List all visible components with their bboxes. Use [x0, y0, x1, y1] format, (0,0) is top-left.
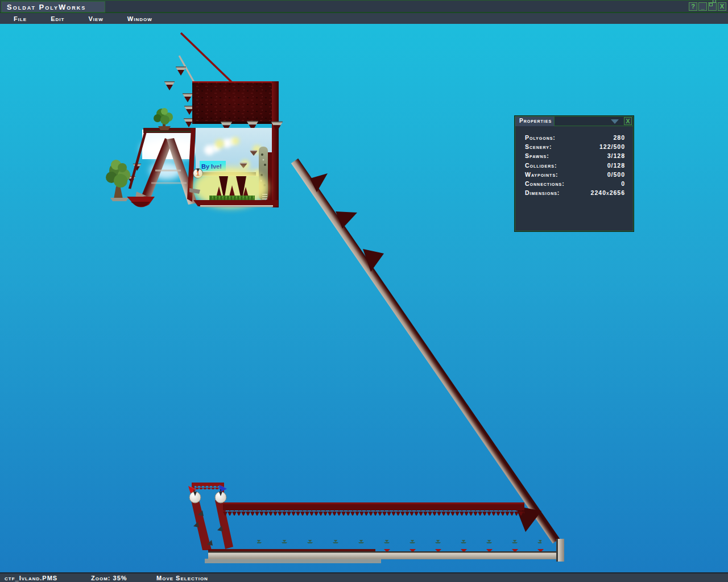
left-post — [191, 500, 212, 550]
property-row-connections: Connections:0 — [525, 180, 625, 189]
roof-block[interactable] — [192, 81, 278, 124]
bottom-structure[interactable] — [188, 483, 564, 563]
property-label: Dimensions: — [525, 189, 560, 196]
spawn-number: 1 — [196, 170, 200, 177]
minimize-icon: _ — [701, 3, 704, 10]
help-icon: ? — [691, 3, 695, 10]
restore-button[interactable] — [708, 2, 717, 11]
properties-panel-body: Polygons:280Scenery:122/500Spawns:3/128C… — [515, 126, 633, 198]
property-row-spawns: Spawns:3/128 — [525, 152, 625, 161]
red-pole — [181, 33, 233, 83]
map-art: By Ivel 1 — [0, 24, 728, 573]
collapse-icon[interactable] — [611, 119, 619, 124]
spiked-beam — [223, 502, 524, 516]
property-value: 0 — [621, 180, 625, 187]
status-bar: ctf_Ivland.PMS Zoom: 35% Move Selection — [0, 572, 728, 582]
property-label: Colliders: — [525, 162, 557, 169]
map-canvas[interactable]: By Ivel 1 — [0, 24, 728, 573]
panel-close-button[interactable]: X — [624, 117, 632, 125]
teal-markers — [257, 540, 541, 543]
close-button[interactable]: X — [718, 2, 726, 11]
status-filename: ctf_Ivland.PMS — [5, 575, 57, 581]
property-row-polygons: Polygons:280 — [525, 134, 625, 143]
property-value: 122/500 — [599, 143, 625, 150]
properties-panel-title[interactable]: Properties — [515, 117, 555, 126]
status-zoom: Zoom: 35% — [91, 575, 127, 581]
property-value: 280 — [613, 134, 625, 141]
close-icon: X — [720, 3, 724, 10]
property-label: Polygons: — [525, 134, 556, 141]
menu-item-edit[interactable]: Edit — [51, 15, 64, 22]
property-label: Waypoints: — [525, 171, 559, 178]
title-bar: Soldat PolyWorks ? _ X — [0, 0, 728, 13]
bonsai-tree[interactable] — [154, 108, 173, 130]
status-tool: Move Selection — [156, 575, 208, 581]
minimize-button[interactable]: _ — [698, 2, 707, 11]
right-wall — [272, 81, 279, 207]
app-title-box: Soldat PolyWorks — [1, 1, 105, 13]
upper-structure[interactable]: By Ivel 1 — [106, 33, 283, 208]
app-title: Soldat PolyWorks — [7, 3, 86, 11]
property-value: 0/128 — [607, 162, 625, 169]
property-row-colliders: Colliders:0/128 — [525, 162, 625, 171]
menu-item-window[interactable]: Window — [127, 15, 152, 22]
window-controls: ? _ X — [689, 2, 726, 11]
property-value: 3/128 — [607, 152, 625, 159]
properties-panel: Properties X Polygons:280Scenery:122/500… — [515, 116, 634, 231]
property-value: 2240x2656 — [591, 189, 625, 196]
menu-item-view[interactable]: View — [88, 15, 103, 22]
property-label: Spawns: — [525, 152, 549, 159]
property-label: Connections: — [525, 180, 565, 187]
property-row-dimensions: Dimensions:2240x2656 — [525, 189, 625, 198]
properties-panel-header[interactable]: Properties X — [515, 117, 633, 126]
menu-bar: FileEditViewWindow — [0, 13, 728, 24]
menu-item-file[interactable]: File — [14, 15, 27, 22]
help-button[interactable]: ? — [689, 2, 697, 11]
property-row-waypoints: Waypoints:0/500 — [525, 171, 625, 180]
property-value: 0/500 — [607, 171, 625, 178]
tree[interactable] — [106, 160, 130, 201]
property-row-scenery: Scenery:122/500 — [525, 143, 625, 152]
property-label: Scenery: — [525, 143, 552, 150]
